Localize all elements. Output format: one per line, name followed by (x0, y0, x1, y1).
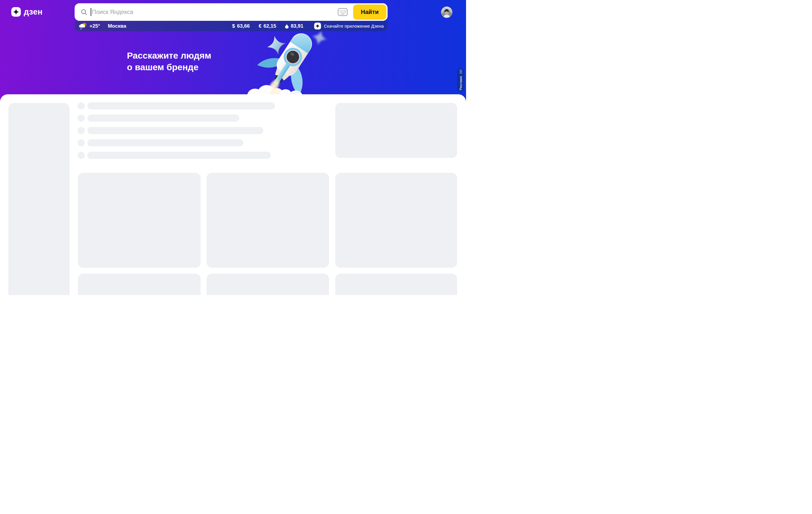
weather-widget[interactable]: +25° Москва (79, 22, 126, 30)
app-promo-link[interactable]: Скачайте приложение Дзена (314, 23, 384, 29)
currency-rates: $ 63,66 € 62,15 83,91 (232, 23, 303, 29)
user-avatar[interactable] (441, 6, 452, 18)
text-caret (91, 8, 91, 16)
ad-headline: Расскажите людям о вашем бренде (127, 50, 211, 73)
avatar-skeleton (78, 102, 85, 109)
dzen-star-icon (314, 23, 321, 29)
text-bar-skeleton (87, 114, 239, 121)
usd-symbol: $ (232, 23, 235, 29)
city: Москва (108, 23, 126, 29)
headline-line-1: Расскажите людям (127, 50, 211, 61)
card-skeleton (335, 274, 457, 295)
text-bar-skeleton (87, 152, 271, 159)
sidebar-skeleton (8, 103, 69, 295)
keyboard-icon[interactable] (338, 8, 348, 16)
info-bar: +25° Москва $ 63,66 € 62,15 83,91 (75, 21, 387, 31)
ad-label-text: Реклама (459, 76, 462, 90)
text-bar-skeleton (87, 127, 263, 134)
eur-symbol: € (259, 23, 261, 29)
search-area: Найти +25° (75, 3, 387, 31)
sun-rain-cloud-icon (79, 22, 87, 30)
card-skeleton (78, 173, 201, 268)
eur-rate[interactable]: € 62,15 (259, 23, 276, 29)
oil-drop-icon (285, 24, 289, 29)
card-skeleton (78, 274, 201, 295)
text-bar-skeleton (87, 102, 275, 109)
search-submit-button[interactable]: Найти (353, 4, 386, 20)
card-skeleton (335, 103, 457, 158)
content-sheet (0, 94, 466, 295)
search-input[interactable] (92, 9, 338, 16)
text-bar-skeleton (87, 139, 243, 146)
card-skeleton (207, 173, 329, 268)
usd-value: 63,66 (237, 23, 250, 29)
avatar-skeleton (78, 127, 85, 134)
app-promo-label: Скачайте приложение Дзена (324, 24, 384, 29)
avatar-skeleton (78, 139, 85, 146)
card-skeleton (207, 274, 329, 295)
usd-rate[interactable]: $ 63,66 (232, 23, 250, 29)
logo-text: дзен (24, 7, 42, 17)
more-dots-icon (460, 70, 462, 74)
search-icon (81, 9, 87, 16)
temperature: +25° (89, 23, 100, 29)
dzen-homepage: дзен Найти (0, 0, 466, 295)
ad-label[interactable]: Реклама (457, 69, 464, 91)
dzen-star-icon (11, 7, 21, 17)
dzen-logo[interactable]: дзен (11, 7, 42, 17)
card-skeleton (335, 173, 457, 268)
headline-line-2: о вашем бренде (127, 61, 211, 73)
avatar-skeleton (78, 114, 85, 121)
star-decoration (265, 34, 288, 56)
eur-value: 62,15 (264, 23, 277, 29)
search-bar: Найти (75, 3, 387, 21)
avatar-skeleton (78, 152, 85, 159)
oil-value: 83,91 (291, 23, 303, 29)
header: дзен Найти (0, 0, 466, 94)
oil-rate[interactable]: 83,91 (285, 23, 303, 29)
